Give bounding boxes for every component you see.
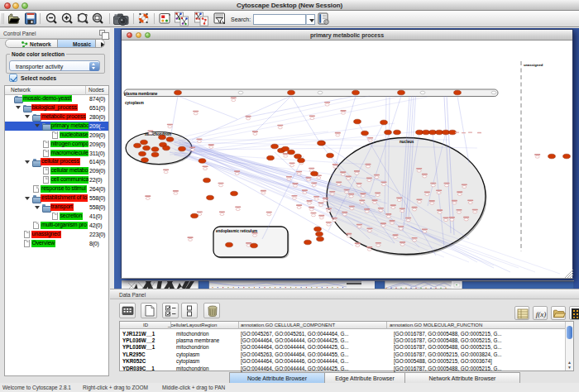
svg-text:nucleus: nucleus	[400, 140, 414, 144]
svg-text:unassigned: unassigned	[524, 63, 543, 67]
svg-text:cytoplasm: cytoplasm	[125, 101, 144, 105]
svg-text:endoplasmic reticulum: endoplasmic reticulum	[216, 229, 257, 233]
svg-text:plasma membrane: plasma membrane	[124, 92, 158, 96]
svg-text:f(x): f(x)	[536, 310, 547, 318]
